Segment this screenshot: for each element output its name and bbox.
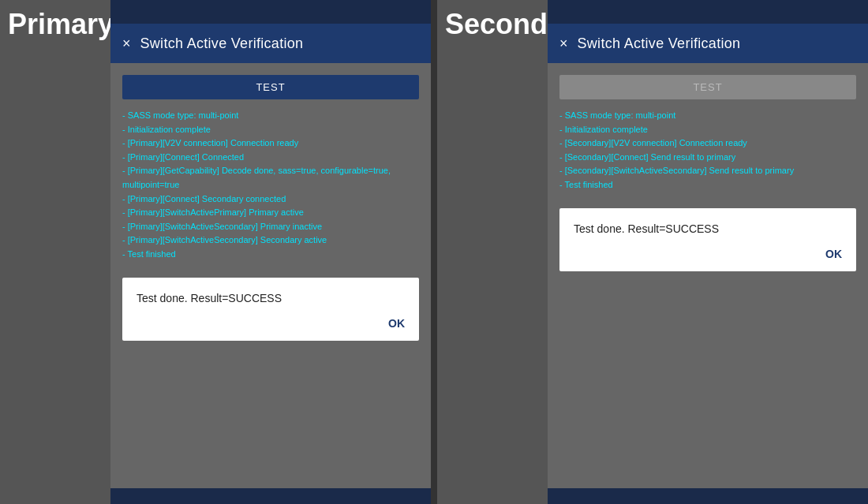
log-line: - Initialization complete <box>122 123 419 137</box>
primary-dialog-header: × Switch Active Verification <box>110 24 431 63</box>
log-line: - SASS mode type: multi-point <box>122 109 419 123</box>
secondary-close-button[interactable]: × <box>559 36 568 50</box>
primary-label-col: Primary <box>0 0 110 504</box>
secondary-log-area: - SASS mode type: multi-point - Initiali… <box>559 109 856 192</box>
secondary-bottombar <box>548 488 868 504</box>
secondary-topbar <box>548 0 868 24</box>
log-line: - [Primary][SwitchActivePrimary] Primary… <box>122 206 419 220</box>
primary-bottombar <box>110 488 431 504</box>
primary-dialog-title: Switch Active Verification <box>140 35 304 52</box>
secondary-dialog-title: Switch Active Verification <box>578 35 741 52</box>
log-line: - [Secondary][V2V connection] Connection… <box>559 136 856 151</box>
primary-label: Primary <box>8 8 114 41</box>
log-line: - Test finished <box>559 178 856 192</box>
primary-result-text: Test done. Result=SUCCESS <box>137 292 405 304</box>
secondary-ok-button[interactable]: OK <box>574 248 842 263</box>
secondary-device-content: TEST - SASS mode type: multi-point - Ini… <box>548 63 868 488</box>
secondary-result-dialog: Test done. Result=SUCCESS OK <box>559 208 856 271</box>
primary-result-dialog: Test done. Result=SUCCESS OK <box>122 278 419 341</box>
log-line: - Test finished <box>122 248 419 262</box>
secondary-panel: Secondary × Switch Active Verification T… <box>437 0 868 504</box>
secondary-result-text: Test done. Result=SUCCESS <box>574 222 842 235</box>
secondary-device-frame: × Switch Active Verification TEST - SASS… <box>548 0 868 504</box>
log-line: - SASS mode type: multi-point <box>559 109 856 123</box>
log-line: - Initialization complete <box>559 123 856 137</box>
primary-device-frame: × Switch Active Verification TEST - SASS… <box>110 0 431 504</box>
primary-ok-button[interactable]: OK <box>137 317 405 333</box>
log-line: - [Primary][V2V connection] Connection r… <box>122 136 419 151</box>
primary-log-area: - SASS mode type: multi-point - Initiali… <box>122 109 419 262</box>
secondary-test-button: TEST <box>559 75 856 99</box>
primary-device-content: TEST - SASS mode type: multi-point - Ini… <box>110 63 431 488</box>
primary-test-button[interactable]: TEST <box>122 75 419 99</box>
secondary-label-col: Secondary <box>437 0 548 504</box>
log-line: - [Primary][GetCapability] Decode done, … <box>122 164 419 192</box>
log-line: - [Primary][Connect] Secondary connected <box>122 192 419 207</box>
log-line: - [Secondary][SwitchActiveSecondary] Sen… <box>559 164 856 178</box>
log-line: - [Secondary][Connect] Send result to pr… <box>559 151 856 165</box>
panel-divider <box>431 0 437 504</box>
secondary-dialog-header: × Switch Active Verification <box>548 24 868 63</box>
primary-close-button[interactable]: × <box>122 36 131 50</box>
log-line: - [Primary][Connect] Connected <box>122 151 419 165</box>
log-line: - [Primary][SwitchActiveSecondary] Secon… <box>122 233 419 248</box>
log-line: - [Primary][SwitchActiveSecondary] Prima… <box>122 220 419 234</box>
primary-topbar <box>110 0 431 24</box>
primary-panel: Primary × Switch Active Verification TES… <box>0 0 431 504</box>
